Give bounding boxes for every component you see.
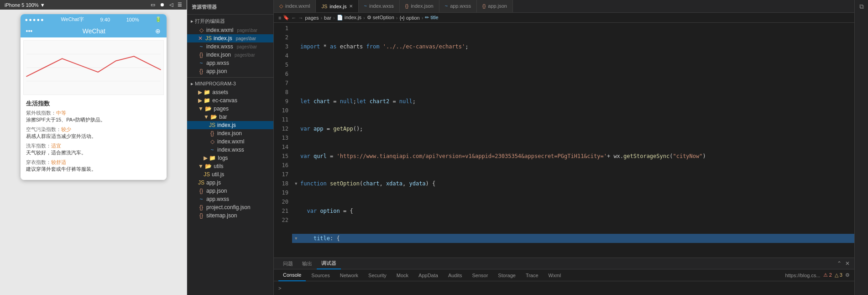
file-name: index.wxml xyxy=(217,138,244,145)
tab-index-wxml[interactable]: ◇ index.wxml xyxy=(274,0,316,12)
opened-editors-section[interactable]: ▸ 打开的编辑器 xyxy=(187,16,273,26)
breadcrumb-pages[interactable]: pages xyxy=(305,15,319,21)
folder-logs[interactable]: ▶ 📁 logs xyxy=(187,154,273,162)
folder-name: utils xyxy=(214,163,223,169)
folder-pages[interactable]: ▼ 📂 pages xyxy=(187,105,273,113)
console-tab-network[interactable]: Network xyxy=(335,269,363,281)
close-icon[interactable]: ✕ xyxy=(198,35,203,42)
breadcrumb-back[interactable]: ← xyxy=(291,15,296,21)
miniprogram-section[interactable]: ▸ MINIPROGRAM-3 xyxy=(187,79,273,88)
file-index-json[interactable]: {} index.json xyxy=(187,129,273,137)
editor-body: 12345 678910 1112131415 1617181920 2122 … xyxy=(274,23,854,258)
file-sitemap-json[interactable]: {} sitemap.json xyxy=(187,211,273,220)
folder-name: logs xyxy=(218,155,228,161)
file-name: index.wxss xyxy=(206,43,233,50)
console-tab-trace[interactable]: Trace xyxy=(521,269,543,281)
js-file-icon: JS xyxy=(209,122,215,128)
wxss-icon: ~ xyxy=(198,43,204,50)
file-app-wxss[interactable]: ~ app.wxss xyxy=(187,195,273,203)
console-tab-wxml[interactable]: Wxml xyxy=(544,269,566,281)
breadcrumb-title[interactable]: ✏ title xyxy=(425,15,438,21)
file-util-js[interactable]: JS util.js xyxy=(187,170,273,179)
console-tab-mock[interactable]: Mock xyxy=(392,269,413,281)
tab-label: index.json xyxy=(411,3,434,9)
folder-ec-canvas[interactable]: ▶ 📁 ec-canvas xyxy=(187,96,273,105)
battery-icon: 🔋 xyxy=(155,16,162,22)
settings-icon[interactable]: ⚙ xyxy=(845,272,850,278)
console-tab-console[interactable]: Console xyxy=(278,269,306,281)
editor-container: ◇ index.wxml JS index.js ✕ ~ index.wxss … xyxy=(274,0,854,295)
tab-index-wxss[interactable]: ~ index.wxss xyxy=(359,0,400,12)
tab-close-icon[interactable]: ✕ xyxy=(349,4,353,9)
console-tab-storage[interactable]: Storage xyxy=(493,269,520,281)
folder-utils[interactable]: ▼ 📂 utils xyxy=(187,162,273,170)
status-time: 9:40 xyxy=(100,17,110,22)
explorer-panel: 资源管理器 ▸ 打开的编辑器 ◇ index.wxml pages\bar ✕ … xyxy=(187,0,274,295)
console-tab-sensor[interactable]: Sensor xyxy=(467,269,492,281)
record-icon[interactable]: ⏺ xyxy=(160,2,165,8)
life-index-item-1: 空气污染指数：较少 易感人群应适当减少室外活动。 xyxy=(26,126,161,140)
console-body: > xyxy=(274,281,854,295)
file-index-js[interactable]: JS index.js xyxy=(187,121,273,129)
tab-index-json[interactable]: {} index.json xyxy=(400,0,439,12)
json-file-icon: {} xyxy=(209,130,215,137)
file-index-wxml[interactable]: ◇ index.wxml pages\bar xyxy=(187,26,273,34)
wxss-icon: ~ xyxy=(198,60,204,66)
tab-output[interactable]: 输出 xyxy=(298,258,317,269)
folder-name: bar xyxy=(219,114,227,120)
breadcrumb-file[interactable]: 📄 index.js xyxy=(337,15,361,21)
console-tab-audits[interactable]: Audits xyxy=(444,269,467,281)
code-line-3: let chart = null;let chart2 = null; xyxy=(292,97,854,106)
life-index-item-2: 洗车指数：适宜 天气较好，适合擦洗汽车。 xyxy=(26,142,161,156)
file-name: app.json xyxy=(206,68,227,74)
split-editor-icon[interactable]: ⧉ xyxy=(859,3,864,11)
code-editor[interactable]: import * as echarts from '../../ec-canva… xyxy=(292,23,854,258)
line-numbers: 12345 678910 1112131415 1617181920 2122 xyxy=(274,23,292,258)
console-tab-sources[interactable]: Sources xyxy=(307,269,334,281)
tab-debugger[interactable]: 调试器 xyxy=(317,258,341,269)
camera-icon[interactable]: ⊕ xyxy=(155,27,161,35)
file-index-wxss-open[interactable]: ~ index.wxss pages\bar xyxy=(187,42,273,51)
file-index-wxml[interactable]: ◇ index.wxml xyxy=(187,137,273,146)
file-app-json-open[interactable]: {} app.json xyxy=(187,67,273,75)
item-desc-1: 易感人群应适当减少室外活动。 xyxy=(26,133,161,140)
bottom-tab-actions: ⌃ ✕ xyxy=(837,260,850,267)
file-index-json-open[interactable]: {} index.json pages\bar xyxy=(187,51,273,59)
js-file-icon: JS xyxy=(204,171,210,178)
file-project-config[interactable]: {} project.config.json xyxy=(187,203,273,211)
console-tab-security[interactable]: Security xyxy=(364,269,391,281)
breadcrumb-option[interactable]: {•} option xyxy=(400,15,420,21)
menu-icon[interactable]: ☰ xyxy=(178,2,182,8)
back-icon[interactable]: ◁ xyxy=(169,2,173,8)
code-line-4: var app = getApp(); xyxy=(292,124,854,133)
folder-bar[interactable]: ▼ 📂 bar xyxy=(187,113,273,121)
breadcrumb-bar[interactable]: bar xyxy=(324,15,331,21)
menu-dots-icon[interactable]: ••• xyxy=(26,27,33,35)
file-index-wxss[interactable]: ~ index.wxss xyxy=(187,146,273,154)
json-file-icon: {} xyxy=(198,212,204,219)
tablet-icon[interactable]: ▭ xyxy=(151,2,155,8)
file-app-json[interactable]: {} app.json xyxy=(187,187,273,195)
file-name: util.js xyxy=(212,171,224,178)
tab-issues[interactable]: 问题 xyxy=(278,258,298,269)
tab-app-wxss[interactable]: ~ app.wxss xyxy=(439,0,477,12)
breadcrumb-setoption[interactable]: ⚙ setOption xyxy=(367,15,394,21)
console-tab-appdata[interactable]: AppData xyxy=(414,269,443,281)
file-app-wxss-open[interactable]: ~ app.wxss xyxy=(187,59,273,67)
opened-editors-label: ▸ 打开的编辑器 xyxy=(191,18,225,25)
status-app: WeChat字 xyxy=(61,16,84,23)
wxml-tab-icon: ◇ xyxy=(279,3,283,9)
tab-index-js[interactable]: JS index.js ✕ xyxy=(316,0,358,12)
code-line-1: import * as echarts from '../../ec-canva… xyxy=(292,42,854,51)
item-label-3: 穿衣指数：较舒适 xyxy=(26,159,161,166)
tab-app-json[interactable]: {} app.json xyxy=(477,0,513,12)
file-index-js-open[interactable]: ✕ JS index.js pages\bar xyxy=(187,34,273,42)
file-app-js[interactable]: JS app.js xyxy=(187,179,273,187)
collapse-icon[interactable]: ⌃ xyxy=(837,260,842,267)
bottom-panel: 问题 输出 调试器 ⌃ ✕ Console Sources Network Se… xyxy=(274,258,854,295)
breadcrumb-forward[interactable]: → xyxy=(298,15,303,21)
wxss-tab-icon: ~ xyxy=(445,3,448,9)
close-panel-icon[interactable]: ✕ xyxy=(845,260,850,267)
folder-assets[interactable]: ▶ 📁 assets xyxy=(187,88,273,96)
wxml-icon: ◇ xyxy=(198,27,204,33)
